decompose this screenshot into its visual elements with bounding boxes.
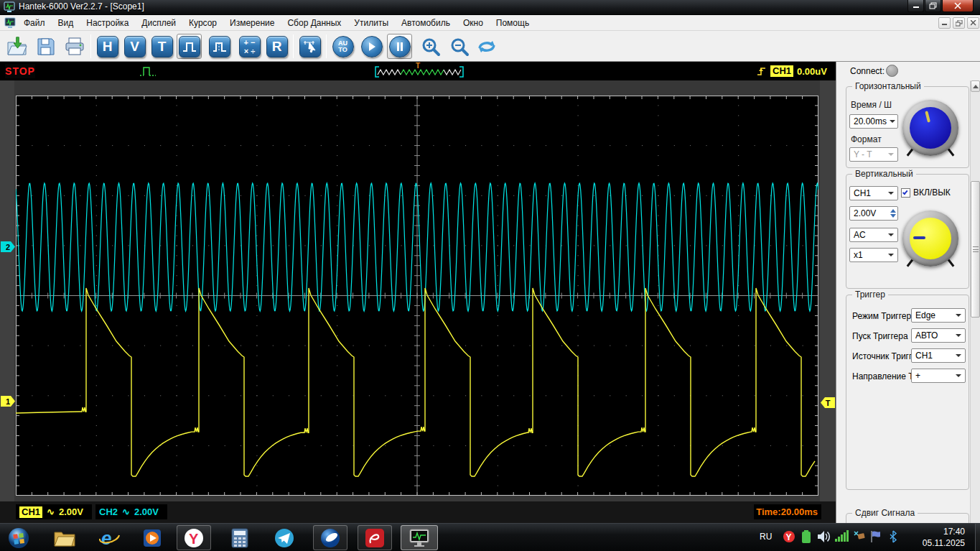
panel-scrollbar[interactable] <box>970 80 980 523</box>
tray-flag-icon[interactable] <box>870 530 882 546</box>
tray-yandex-icon[interactable]: Y <box>783 530 795 546</box>
autoset-button[interactable]: AUTO <box>330 34 355 59</box>
explorer-icon[interactable] <box>52 525 78 550</box>
trigger-sweep-row: Пуск ТриггераАВТО <box>851 328 966 344</box>
time-per-div-combo[interactable]: 20.00ms <box>849 114 898 129</box>
scope-area: 2 1 T <box>0 80 836 501</box>
channel-select-combo[interactable]: CH1 <box>849 186 898 200</box>
svg-text:Y: Y <box>189 531 199 547</box>
preview-trigger-t: T <box>416 62 420 70</box>
format-combo[interactable]: Y - T <box>849 147 898 162</box>
probe-attenuation-combo[interactable]: x1 <box>849 248 898 262</box>
ch1-status: CH1 ∿ 2.00V <box>16 504 92 519</box>
telegram-icon[interactable] <box>271 525 297 550</box>
run-button[interactable] <box>359 34 384 59</box>
menu-item-8[interactable]: Автомобиль <box>395 15 457 31</box>
tray-battery-icon[interactable] <box>801 530 811 547</box>
channel-enable-checkbox[interactable] <box>901 188 910 198</box>
trigger-source-combo[interactable]: CH1 <box>911 348 966 363</box>
ch2-badge: CH2 <box>99 506 118 517</box>
scrollbar-up-arrow[interactable] <box>971 80 980 92</box>
trigger-setup-button[interactable]: T <box>149 34 174 59</box>
ch2-scale: 2.00V <box>134 506 159 517</box>
yandex-browser-icon[interactable]: Y <box>177 525 211 550</box>
r-letter: R <box>266 36 288 57</box>
internet-explorer-icon[interactable]: e <box>96 525 122 550</box>
cursor-tool-button[interactable] <box>297 34 322 59</box>
language-indicator[interactable]: RU <box>760 532 772 542</box>
volts-per-div-spinner[interactable]: 2.00V <box>849 206 898 221</box>
menu-item-3[interactable]: Дисплей <box>135 15 182 31</box>
pause-button[interactable] <box>387 34 412 59</box>
print-button[interactable] <box>62 34 87 59</box>
trigger-sweep-combo[interactable]: АВТО <box>911 328 966 343</box>
trigger-level-value: 0.00uV <box>797 66 827 77</box>
tray-utility-icon[interactable] <box>853 530 866 545</box>
preview-left-bracket <box>375 67 379 77</box>
save-button[interactable] <box>33 34 58 59</box>
vertical-group: Вертикальный CH1 ВКЛ/ВЫК 2.00V AC x1 <box>846 174 969 289</box>
math-button[interactable]: + −× ÷ <box>237 34 262 59</box>
reference-button[interactable]: R <box>264 34 289 59</box>
format-value: Y - T <box>854 149 872 159</box>
vertical-position-knob[interactable] <box>902 210 958 267</box>
mdi-close-button[interactable] <box>967 17 979 29</box>
menu-bar: ФайлВидНастройкаДисплейКурсорИзмерениеСб… <box>0 15 980 31</box>
preview-wave-right <box>444 70 461 75</box>
trigger-sweep-value: АВТО <box>915 330 938 341</box>
menu-item-0[interactable]: Файл <box>17 15 52 31</box>
hantek-app-icon[interactable] <box>401 525 438 550</box>
menu-item-10[interactable]: Помощь <box>490 15 536 31</box>
zoom-out-button[interactable] <box>447 34 472 59</box>
menu-item-9[interactable]: Окно <box>457 15 490 31</box>
preview-wave-left <box>378 70 401 75</box>
tray-volume-icon[interactable] <box>817 530 831 546</box>
tray-network-icon[interactable] <box>835 530 849 545</box>
menu-item-2[interactable]: Настройка <box>80 15 135 31</box>
open-button[interactable] <box>4 34 29 59</box>
connect-label: Connect: <box>850 66 885 76</box>
coupling-value: AC <box>854 230 866 240</box>
timebase-status: Time:20.00ms <box>754 504 821 519</box>
mdi-minimize-button[interactable] <box>938 17 951 29</box>
channel-select-value: CH1 <box>854 188 871 198</box>
start-button[interactable] <box>6 525 32 550</box>
browser-sphere-icon[interactable] <box>313 525 347 550</box>
control-panel: Горизонтальный Время / Ш 20.00ms Формат … <box>840 80 980 523</box>
horizontal-setup-button[interactable]: H <box>95 34 120 59</box>
mdi-restore-button[interactable] <box>953 17 965 29</box>
tray-bluetooth-icon[interactable] <box>888 530 898 546</box>
minimize-button[interactable] <box>907 0 924 12</box>
connect-led <box>886 65 898 77</box>
trigger-source-label: Источник Тригг <box>852 351 912 361</box>
menu-item-7[interactable]: Утилиты <box>347 15 395 31</box>
scrollbar-thumb[interactable] <box>971 181 980 318</box>
v-letter: V <box>124 36 146 57</box>
t-letter: T <box>151 36 173 57</box>
trigger-slope-combo[interactable]: + <box>911 369 966 383</box>
menu-item-1[interactable]: Вид <box>52 15 80 31</box>
menu-item-6[interactable]: Сбор Данных <box>281 15 347 31</box>
close-button[interactable] <box>942 0 974 12</box>
auto-bottom: TO <box>338 47 347 53</box>
refresh-button[interactable] <box>474 34 499 59</box>
vertical-setup-button[interactable]: V <box>122 34 147 59</box>
pulse-mode-button[interactable] <box>177 34 202 59</box>
menu-item-5[interactable]: Измерение <box>223 15 281 31</box>
zoom-in-button[interactable] <box>418 34 443 59</box>
pulse-width-button[interactable] <box>207 34 232 59</box>
trigger-sweep-label: Пуск Триггера <box>852 331 908 341</box>
acrobat-reader-icon[interactable] <box>358 525 392 550</box>
menu-item-4[interactable]: Курсор <box>182 15 223 31</box>
calculator-icon[interactable] <box>227 525 253 550</box>
show-desktop-button[interactable] <box>975 524 980 551</box>
math-bottom: × ÷ <box>244 47 256 55</box>
tray-clock[interactable]: 17:40 05.11.2025 <box>903 526 965 549</box>
time-per-div-label: Время / Ш <box>851 100 892 110</box>
horizontal-position-knob[interactable] <box>902 100 958 156</box>
restore-button[interactable] <box>925 0 941 12</box>
coupling-combo[interactable]: AC <box>849 228 898 242</box>
ch2-coupling-symbol: ∿ <box>122 506 130 517</box>
trigger-mode-combo[interactable]: Edge <box>911 308 966 323</box>
media-player-icon[interactable] <box>139 525 165 550</box>
